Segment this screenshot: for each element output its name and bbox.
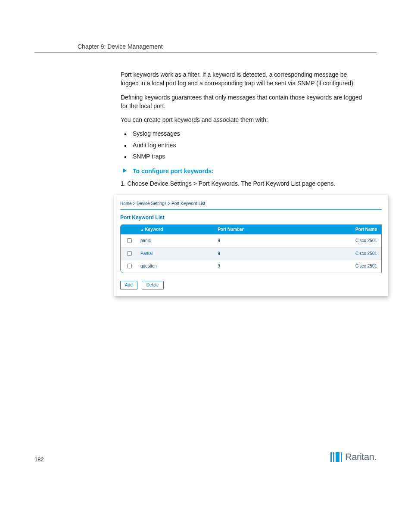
bullet-syslog: Syslog messages: [121, 129, 364, 138]
chapter-title: Chapter 9: Device Management: [78, 43, 377, 50]
breadcrumb-sep: >: [133, 201, 137, 206]
raritan-icon: [330, 452, 343, 462]
port-keyword-screenshot: Home > Device Settings > Port Keyword Li…: [114, 195, 388, 296]
page-number: 182: [34, 456, 44, 463]
bullet-auditlog: Audit log entries: [121, 141, 364, 149]
brand-text: Raritan.: [345, 451, 377, 463]
row-checkbox[interactable]: [127, 238, 132, 243]
keyword-table-wrap: Keyword Port Number Port Name panic 9 Ci…: [120, 224, 382, 273]
panel-rule: [120, 209, 382, 210]
body-text: Port keywords work as a filter. If a key…: [121, 70, 364, 296]
breadcrumb-sep: >: [168, 201, 171, 206]
col-keyword[interactable]: Keyword: [138, 225, 215, 235]
panel-title: Port Keyword List: [114, 214, 388, 224]
step-1: 1. Choose Device Settings > Port Keyword…: [121, 179, 364, 188]
delete-button[interactable]: Delete: [142, 281, 164, 290]
header-rule: [34, 53, 377, 53]
cell-port-number: 9: [215, 260, 302, 273]
cell-port-name: Cisco 2501: [302, 235, 381, 248]
to-config-heading: To configure port keywords:: [121, 167, 364, 175]
row-checkbox[interactable]: [127, 264, 132, 268]
cell-keyword: question: [138, 260, 215, 273]
bullet-snmp: SNMP traps: [121, 152, 364, 161]
col-port-name[interactable]: Port Name: [302, 225, 381, 235]
cell-port-name: Cisco 2501: [302, 260, 381, 273]
col-checkbox: [121, 225, 138, 235]
add-button[interactable]: Add: [120, 281, 137, 290]
page-footer: 182 Raritan.: [0, 451, 411, 476]
table-row[interactable]: panic 9 Cisco 2501: [121, 235, 381, 248]
table-row[interactable]: question 9 Cisco 2501: [121, 260, 381, 273]
cell-port-number: 9: [215, 235, 302, 248]
breadcrumb-home[interactable]: Home: [120, 201, 132, 206]
paragraph-3: You can create port keywords and associa…: [121, 115, 364, 124]
cell-keyword[interactable]: Partial: [138, 247, 215, 260]
paragraph-1: Port keywords work as a filter. If a key…: [121, 70, 364, 88]
breadcrumb-device-settings[interactable]: Device Settings: [137, 201, 166, 206]
breadcrumb: Home > Device Settings > Port Keyword Li…: [114, 201, 388, 209]
row-checkbox[interactable]: [127, 251, 132, 256]
cell-port-number: 9: [215, 247, 302, 260]
paragraph-2: Defining keywords guarantees that only m…: [121, 93, 364, 111]
brand-logo: Raritan.: [330, 451, 377, 463]
breadcrumb-current: Port Keyword List: [171, 201, 205, 206]
col-port-number[interactable]: Port Number: [215, 225, 302, 235]
bullet-list: Syslog messages Audit log entries SNMP t…: [121, 129, 364, 161]
keyword-table: Keyword Port Number Port Name panic 9 Ci…: [121, 225, 381, 273]
button-row: Add Delete: [114, 273, 388, 291]
table-row[interactable]: Partial 9 Cisco 2501: [121, 247, 381, 260]
cell-keyword: panic: [138, 235, 215, 248]
cell-port-name: Cisco 2501: [302, 247, 381, 260]
